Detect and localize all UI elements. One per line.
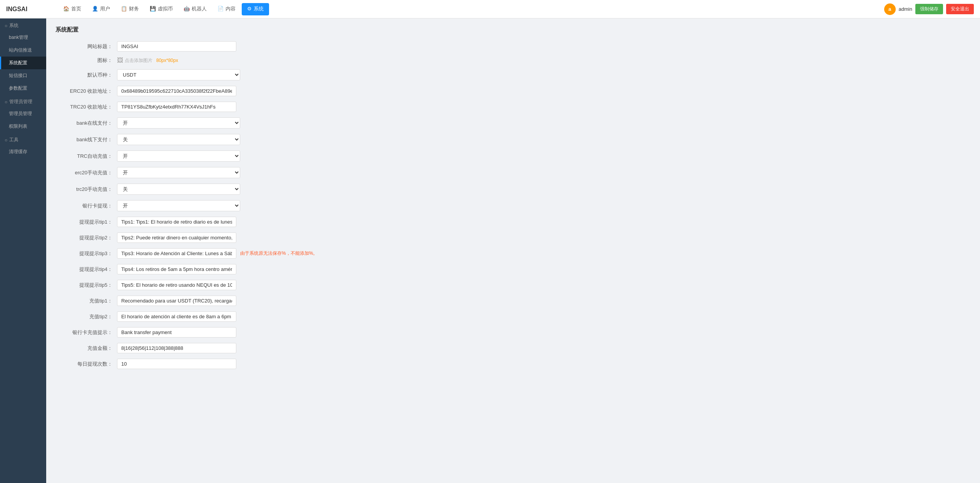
home-nav-icon: 🏠 [63, 6, 69, 12]
select-trc20-manual-charge[interactable]: 开关 [117, 184, 240, 195]
nav-item-system[interactable]: ⚙系统 [242, 3, 269, 15]
form-row-trc20-address: TRC20 收款地址： [55, 102, 325, 112]
form-label-erc20-address: ERC20 收款地址： [55, 88, 117, 95]
input-withdraw-tip3[interactable] [117, 248, 236, 259]
nav-items: 🏠首页👤用户📋财务💾虚拟币🤖机器人📄内容⚙系统 [58, 0, 884, 18]
app-logo: INGSAI [6, 6, 48, 13]
form-row-trc-auto-charge: TRC自动充值：开关 [55, 150, 325, 162]
form-label-trc20-manual-charge: trc20手动充值： [55, 186, 117, 193]
sidebar-item-manage-cache[interactable]: 清理缓存 [0, 145, 46, 158]
input-withdraw-tip4[interactable] [117, 264, 236, 274]
input-recharge-tip2[interactable] [117, 311, 236, 322]
safe-exit-button[interactable]: 安全退出 [946, 4, 974, 14]
input-recharge-amounts[interactable] [117, 343, 236, 353]
sidebar-item-station-push[interactable]: 站内信推送 [0, 44, 46, 57]
form-row-recharge-tip1: 充值tip1： [55, 296, 325, 306]
form-row-icon: 图标：🖼点击添加图片80px*80px [55, 57, 325, 64]
content-nav-icon: 📄 [217, 6, 224, 12]
avatar: a [884, 3, 896, 15]
sidebar-item-admin-list[interactable]: 管理员管理 [0, 107, 46, 120]
form-label-recharge-tip2: 充值tip2： [55, 313, 117, 320]
form-row-withdraw-tip1: 提现提示tip1： [55, 217, 325, 227]
robot-nav-icon: 🤖 [184, 6, 190, 12]
form-label-withdraw-tip5: 提现提示tip5： [55, 282, 117, 289]
form-row-bank-online-pay: bank在线支付：开关 [55, 117, 325, 129]
config-form: 网站标题：图标：🖼点击添加图片80px*80px默认币种：USDTERC20 收… [55, 41, 325, 369]
finance-nav-icon: 📋 [121, 6, 127, 12]
form-row-default-currency: 默认币种：USDT [55, 69, 325, 80]
form-label-icon: 图标： [55, 57, 117, 64]
input-daily-withdraw-count[interactable] [117, 359, 236, 369]
nav-item-content[interactable]: 📄内容 [212, 0, 241, 18]
form-row-site-title: 网站标题： [55, 41, 325, 52]
select-trc-auto-charge[interactable]: 开关 [117, 150, 240, 162]
sidebar-item-permission-list[interactable]: 权限列表 [0, 120, 46, 133]
form-label-withdraw-tip2: 提现提示tip2： [55, 234, 117, 241]
users-nav-icon: 👤 [92, 6, 98, 12]
nav-item-users[interactable]: 👤用户 [87, 0, 115, 18]
form-label-withdraw-tip4: 提现提示tip4： [55, 266, 117, 273]
top-nav: INGSAI 🏠首页👤用户📋财务💾虚拟币🤖机器人📄内容⚙系统 a admin 强… [0, 0, 980, 18]
image-placeholder-text: 点击添加图片 [125, 57, 152, 64]
form-label-bank-card-withdraw: 银行卡提现： [55, 202, 117, 209]
save-urgent-button[interactable]: 强制储存 [915, 4, 943, 14]
form-row-withdraw-tip4: 提现提示tip4： [55, 264, 325, 274]
form-label-erc20-manual-charge: erc20手动充值： [55, 169, 117, 176]
main-layout: ○系统bank管理站内信推送系统配置短信接口参数配置○管理员管理管理员管理权限列… [0, 18, 980, 483]
form-row-trc20-manual-charge: trc20手动充值：开关 [55, 184, 325, 195]
input-withdraw-tip5[interactable] [117, 280, 236, 290]
form-label-recharge-amounts: 充值金额： [55, 345, 117, 352]
form-label-default-currency: 默认币种： [55, 72, 117, 79]
form-row-bank-card-withdraw: 银行卡提现：开关 [55, 200, 325, 211]
select-default-currency[interactable]: USDT [117, 69, 240, 80]
nav-item-robot[interactable]: 🤖机器人 [178, 0, 212, 18]
input-withdraw-tip2[interactable] [117, 232, 236, 243]
form-row-bank-offline-pay: bank线下支付：开关 [55, 134, 325, 145]
nav-item-home[interactable]: 🏠首页 [58, 0, 87, 18]
input-bank-recharge-hint[interactable] [117, 327, 236, 338]
top-right: a admin 强制储存 安全退出 [884, 3, 974, 15]
form-label-withdraw-tip1: 提现提示tip1： [55, 219, 117, 226]
select-bank-online-pay[interactable]: 开关 [117, 117, 240, 129]
input-withdraw-tip1[interactable] [117, 217, 236, 227]
form-label-recharge-tip1: 充值tip1： [55, 297, 117, 304]
sidebar-section-admin-manage: ○管理员管理 [0, 95, 46, 107]
input-recharge-tip1[interactable] [117, 296, 236, 306]
sidebar-item-sms-port[interactable]: 短信接口 [0, 69, 46, 82]
form-row-daily-withdraw-count: 每日提现次数： [55, 359, 325, 369]
select-bank-offline-pay[interactable]: 开关 [117, 134, 240, 145]
sidebar-section-icon-system: ○ [5, 23, 7, 28]
sidebar-section-system: ○系统 [0, 18, 46, 31]
form-row-erc20-address: ERC20 收款地址： [55, 86, 325, 96]
page-title: 系统配置 [55, 26, 971, 33]
input-trc20-address[interactable] [117, 102, 236, 112]
form-row-bank-recharge-hint: 银行卡充值提示： [55, 327, 325, 338]
form-row-erc20-manual-charge: erc20手动充值：开关 [55, 167, 325, 178]
sidebar-section-tools: ○工具 [0, 133, 46, 145]
form-label-daily-withdraw-count: 每日提现次数： [55, 361, 117, 368]
sidebar: ○系统bank管理站内信推送系统配置短信接口参数配置○管理员管理管理员管理权限列… [0, 18, 46, 483]
image-icon: 🖼 [117, 57, 123, 64]
nav-item-crypto[interactable]: 💾虚拟币 [144, 0, 178, 18]
select-erc20-manual-charge[interactable]: 开关 [117, 167, 240, 178]
warning-withdraw-tip3: 由于系统原无法保存%，不能添加%。 [240, 250, 318, 257]
form-label-site-title: 网站标题： [55, 43, 117, 50]
form-label-bank-offline-pay: bank线下支付： [55, 136, 117, 143]
system-nav-icon: ⚙ [247, 6, 252, 12]
nav-item-finance[interactable]: 📋财务 [115, 0, 144, 18]
select-bank-card-withdraw[interactable]: 开关 [117, 200, 240, 211]
form-label-bank-recharge-hint: 银行卡充值提示： [55, 329, 117, 336]
form-row-withdraw-tip5: 提现提示tip5： [55, 280, 325, 290]
form-label-trc20-address: TRC20 收款地址： [55, 104, 117, 110]
sidebar-section-icon-admin-manage: ○ [5, 99, 7, 105]
admin-name: admin [899, 6, 912, 12]
input-erc20-address[interactable] [117, 86, 236, 96]
image-upload-icon[interactable]: 🖼点击添加图片 [117, 57, 152, 64]
form-row-withdraw-tip2: 提现提示tip2： [55, 232, 325, 243]
image-hint-icon: 80px*80px [156, 58, 178, 63]
sidebar-item-system-config[interactable]: 系统配置 [0, 57, 46, 69]
sidebar-item-bank-manage[interactable]: bank管理 [0, 31, 46, 44]
sidebar-item-param-config[interactable]: 参数配置 [0, 82, 46, 95]
input-site-title[interactable] [117, 41, 236, 52]
form-row-recharge-tip2: 充值tip2： [55, 311, 325, 322]
